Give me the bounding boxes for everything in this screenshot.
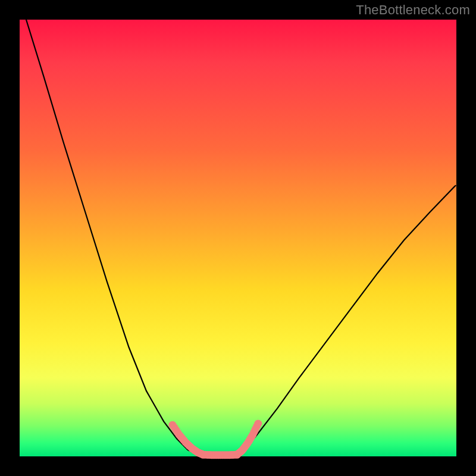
plot-area — [20, 20, 456, 456]
highlight-dot — [254, 420, 262, 428]
curves-svg — [20, 20, 456, 456]
chart-frame: TheBottleneck.com — [0, 0, 476, 476]
right-curve — [237, 186, 456, 454]
curve-layer — [26, 20, 456, 459]
watermark-text: TheBottleneck.com — [356, 2, 470, 18]
left-curve — [26, 20, 196, 454]
